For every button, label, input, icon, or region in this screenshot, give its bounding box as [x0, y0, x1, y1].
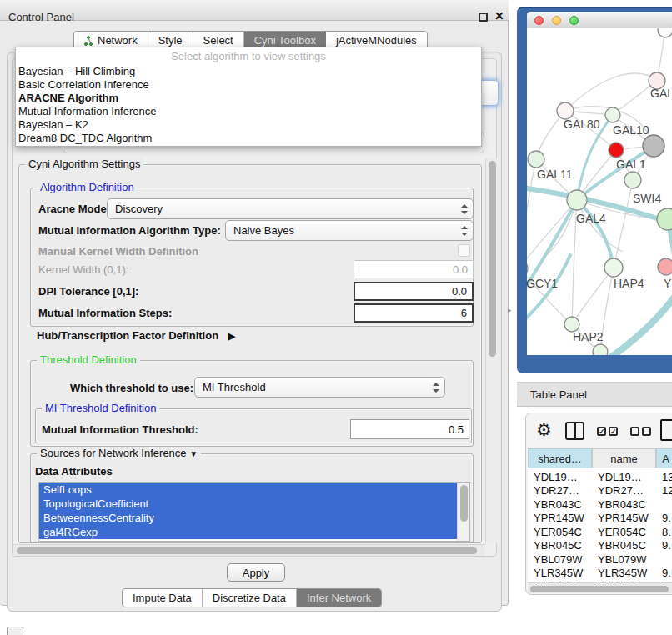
mi-algorithm-type-select[interactable]: Naive Bayes	[225, 220, 474, 241]
network-window-titlebar	[527, 12, 672, 28]
table-cell[interactable]: YBR045C	[528, 538, 592, 552]
collapsed-panel-icon[interactable]	[7, 627, 23, 635]
node-label: GAL	[650, 87, 672, 100]
list-item[interactable]: TopologicalCoefficient	[39, 497, 457, 511]
hub-definition-toggle[interactable]: Hub/Transcription Factor Definition ▶	[37, 329, 235, 342]
screenshot-stage: Control Panel ✕ Network Style Select Cyn…	[0, 0, 672, 635]
node-label: GAL10	[613, 123, 649, 137]
node-hap4	[604, 258, 623, 277]
mi-type-value: Naive Bayes	[233, 224, 294, 237]
tab-infer-network[interactable]: Infer Network	[297, 589, 381, 607]
list-scrollbar[interactable]	[457, 482, 469, 541]
mi-threshold-field[interactable]: 0.5	[350, 419, 469, 439]
node-label: GAL4	[576, 212, 606, 225]
function-builder-icon[interactable]	[660, 419, 672, 441]
mac-close-button[interactable]	[534, 16, 544, 25]
table-horizontal-scrollbar[interactable]	[528, 582, 672, 593]
dpi-tolerance-field[interactable]: 0.0	[354, 282, 474, 301]
panel-splitter-handle[interactable]: ▸	[508, 306, 512, 314]
table-cell[interactable]: 9.	[656, 538, 672, 552]
column-header-shared[interactable]: shared…	[528, 448, 592, 468]
mi-threshold-definition-title: MI Threshold Definition	[42, 402, 159, 414]
settings-horizontal-scrollbar[interactable]	[13, 544, 485, 556]
column-header-name[interactable]: name	[592, 448, 656, 468]
list-item[interactable]: gal4RGexp	[39, 525, 457, 539]
dropdown-item[interactable]: Dream8 DC_TDC Algorithm	[16, 132, 481, 145]
tab-infer-network-label: Infer Network	[307, 592, 371, 604]
gear-icon[interactable]: ⚙	[536, 420, 552, 440]
tab-impute-data-label: Impute Data	[133, 592, 192, 604]
table-cell[interactable]: 13	[656, 470, 672, 484]
manual-kernel-label: Manual Kernel Width Definition	[38, 245, 198, 258]
table-cell[interactable]: YBL079W	[592, 552, 656, 567]
node-label: SWI4	[633, 192, 661, 205]
column-layout-icon[interactable]	[565, 422, 584, 440]
algorithm-dropdown-popup: Select algorithm to view settings Bayesi…	[15, 47, 482, 147]
panel-title: Control Panel	[8, 11, 74, 23]
table-cell[interactable]: YDR27…	[592, 483, 656, 498]
mac-zoom-button[interactable]	[569, 16, 579, 25]
close-icon[interactable]: ✕	[494, 9, 504, 22]
tab-discretize-data[interactable]: Discretize Data	[203, 589, 297, 607]
dropdown-item-selected[interactable]: ARACNE Algorithm	[16, 92, 481, 105]
table-cell[interactable]: 12	[656, 483, 672, 498]
list-item[interactable]: SelfLoops	[39, 482, 457, 497]
table-cell[interactable]	[656, 498, 672, 512]
sources-toggle[interactable]: Sources for Network Inference ▼	[37, 447, 201, 459]
select-all-checkbox-icon[interactable]: ✓	[609, 427, 618, 436]
node-label: HAP2	[573, 330, 604, 343]
tab-impute-data[interactable]: Impute Data	[123, 589, 203, 607]
node-label: GAL80	[564, 118, 600, 131]
dropdown-item[interactable]: Mutual Information Inference	[16, 105, 481, 118]
network-icon	[84, 36, 93, 46]
kernel-width-label: Kernel Width (0,1):	[38, 263, 128, 276]
table-cell[interactable]: YBL079W	[528, 552, 592, 567]
which-threshold-label: Which threshold to use:	[70, 382, 193, 394]
kernel-width-field[interactable]: 0.0	[354, 260, 474, 278]
which-threshold-select[interactable]: MI Threshold	[194, 377, 445, 398]
mi-steps-label: Mutual Information Steps:	[38, 307, 172, 319]
table-cell[interactable]: YER054C	[528, 525, 592, 539]
select-all-checkbox-icon[interactable]: ✓	[597, 427, 606, 436]
table-cell[interactable]	[656, 552, 672, 567]
table-cell[interactable]: YBR043C	[592, 498, 656, 512]
node-top-partial	[658, 28, 672, 38]
table-cell[interactable]: 9.	[656, 511, 672, 525]
table-cell[interactable]: YDL19…	[592, 470, 656, 484]
mi-type-label: Mutual Information Algorithm Type:	[38, 224, 221, 237]
node-gal1-red	[609, 142, 624, 158]
table-cell[interactable]: YPR145W	[528, 511, 592, 525]
which-threshold-value: MI Threshold	[203, 381, 266, 393]
dropdown-item[interactable]: Basic Correlation Inference	[16, 78, 481, 92]
table-cell[interactable]: YDR27…	[528, 483, 592, 498]
table-cell[interactable]: YBR043C	[528, 498, 592, 512]
table-cell[interactable]: YBR045C	[592, 538, 656, 552]
dropdown-item[interactable]: Bayesian – K2	[16, 118, 481, 132]
table-cell[interactable]: YER054C	[592, 525, 656, 539]
data-attributes-label: Data Attributes	[35, 465, 113, 478]
stepper-arrows-icon	[461, 204, 467, 214]
node-green-mid	[624, 172, 641, 188]
table-cell[interactable]: 8.	[656, 525, 672, 539]
deselect-all-checkbox-icon[interactable]	[642, 427, 651, 436]
table-cell[interactable]: YDL19…	[528, 470, 592, 484]
mi-steps-field[interactable]: 6	[354, 303, 474, 322]
settings-vertical-scrollbar[interactable]	[485, 158, 498, 543]
node-gal4	[567, 190, 587, 210]
float-panel-icon[interactable]	[479, 12, 488, 22]
list-item[interactable]: BetweennessCentrality	[39, 511, 457, 525]
control-panel-titlebar	[0, 0, 509, 21]
manual-kernel-checkbox[interactable]	[458, 244, 470, 257]
mac-minimize-button[interactable]	[552, 16, 561, 25]
bottom-tabstrip: Impute Data Discretize Data Infer Networ…	[122, 588, 382, 608]
node-gal10	[605, 108, 620, 122]
dropdown-item[interactable]: Bayesian – Hill Climbing	[16, 65, 481, 78]
deselect-all-checkbox-icon[interactable]	[630, 427, 639, 436]
stepper-arrows-icon	[433, 382, 439, 392]
table-cell[interactable]: YPR145W	[592, 511, 656, 525]
aracne-mode-select[interactable]: Discovery	[107, 198, 474, 219]
dpi-tolerance-label: DPI Tolerance [0,1]:	[38, 285, 138, 298]
hub-definition-label: Hub/Transcription Factor Definition	[37, 329, 218, 342]
apply-button[interactable]: Apply	[227, 563, 285, 582]
column-header-partial[interactable]: A	[656, 448, 672, 468]
